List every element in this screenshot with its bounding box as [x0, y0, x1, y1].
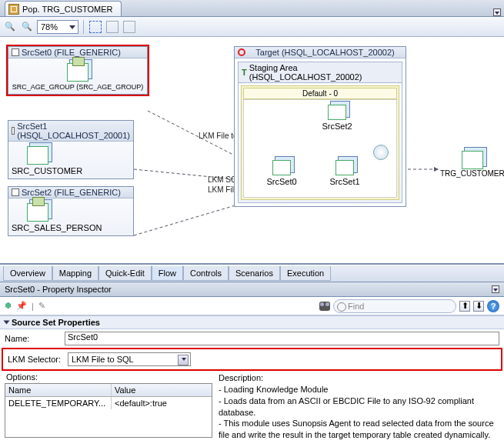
editor-toolbar: 🔍 🔍 78% [0, 17, 504, 37]
lkm-selector-combo[interactable]: LKM File to SQL [68, 352, 191, 366]
datastore-icon [335, 160, 354, 175]
description-line2: - Loads data from an ASCII or EBCDIC Fil… [219, 395, 499, 419]
tab-mapping[interactable]: Mapping [52, 266, 98, 281]
tab-controls[interactable]: Controls [183, 266, 229, 281]
panel-icon [12, 188, 19, 196]
tab-overview[interactable]: Overview [3, 266, 52, 281]
find-next-button[interactable]: ⬇ [473, 301, 484, 312]
find-input[interactable]: Find [333, 299, 456, 313]
inspector-toolbar: ❄ 📌 | ✎ Find ⬆ ⬇ ? [0, 297, 504, 315]
tab-list-dropdown-icon[interactable] [493, 8, 501, 16]
pin-icon[interactable]: 📌 [16, 301, 27, 311]
fit-window-button[interactable] [88, 20, 102, 34]
name-label: Name: [5, 334, 60, 343]
binoculars-icon[interactable] [319, 302, 330, 311]
editor-bottom-tabs: Overview Mapping Quick-Edit Flow Control… [0, 265, 504, 282]
zoom-value: 78% [41, 22, 58, 32]
datastore-label: SRC_CUSTOMER [12, 166, 82, 175]
options-label: Options: [5, 372, 212, 383]
editor-tab[interactable]: Pop. TRG_CUSTOMER [5, 1, 122, 16]
panel-icon [12, 48, 19, 56]
options-col-value[interactable]: Value [112, 384, 212, 396]
options-col-name[interactable]: Name [5, 384, 112, 396]
interface-icon [8, 4, 19, 15]
tab-execution[interactable]: Execution [280, 266, 331, 281]
name-input[interactable]: SrcSet0 [65, 332, 499, 345]
inspector-title: SrcSet0 - Property Inspector [5, 285, 112, 294]
layout-button-2[interactable] [122, 20, 136, 34]
staging-icon: T [242, 68, 247, 77]
zoom-out-button[interactable]: 🔍 [20, 20, 34, 34]
target-datastore[interactable]: TRG_CUSTOMER [440, 151, 504, 178]
description-line3: - This module uses Sunopsis Agent to rea… [219, 418, 499, 441]
help-icon[interactable]: ? [487, 300, 499, 312]
target-indicator-icon [238, 48, 245, 56]
zoom-in-button[interactable]: 🔍 [3, 20, 17, 34]
inspector-dropdown-icon[interactable] [492, 285, 499, 293]
datastore-icon [272, 160, 291, 175]
description-line1: - Loading Knowledge Module [219, 384, 499, 395]
datastore-icon [328, 105, 346, 120]
join-operator-icon[interactable] [373, 145, 389, 160]
tab-flow[interactable]: Flow [152, 265, 183, 281]
source-panel-srcset2[interactable]: SrcSet2 (FILE_GENERIC) SRC_SALES_PERSON [8, 186, 134, 236]
target-node-srcset2[interactable]: SrcSet2 [318, 105, 356, 131]
panel-icon [12, 127, 15, 135]
lkm-selector-label: LKM Selector: [8, 355, 63, 364]
datastore-icon [462, 151, 483, 169]
toolbar-separator [83, 20, 84, 34]
datastore-icon [27, 146, 48, 165]
datastore-label: SRC_AGE_GROUP (SRC_AGE_GROUP) [12, 83, 143, 91]
datastore-label: SRC_SALES_PERSON [12, 223, 102, 232]
default-group-header: Default - 0 [243, 88, 397, 99]
edit-icon[interactable]: ✎ [38, 301, 45, 311]
description-label: Description: [219, 372, 499, 384]
datastore-icon [27, 203, 48, 222]
source-panel-srcset1[interactable]: SrcSet1 (HSQL_LOCALHOST_20001) SRC_CUSTO… [8, 120, 134, 179]
source-set-properties-header[interactable]: Source Set Properties [0, 315, 504, 329]
target-inner-diagram: SrcSet2 SrcSet0 SrcSet1 [243, 99, 397, 198]
tab-title: Pop. TRG_CUSTOMER [22, 5, 113, 14]
tab-quick-edit[interactable]: Quick-Edit [98, 266, 152, 281]
target-datastore-label: TRG_CUSTOMER [440, 169, 504, 178]
find-prev-button[interactable]: ⬆ [459, 301, 470, 312]
table-row[interactable]: DELETE_TEMPORARY... <default>:true [5, 397, 212, 409]
freeze-icon[interactable]: ❄ [5, 301, 12, 311]
target-node-srcset0[interactable]: SrcSet0 [262, 160, 301, 186]
options-table[interactable]: Name Value DELETE_TEMPORARY... <default>… [5, 383, 212, 438]
target-node-srcset1[interactable]: SrcSet1 [325, 160, 364, 186]
tab-scenarios[interactable]: Scenarios [229, 266, 280, 281]
zoom-level-combo[interactable]: 78% [37, 20, 78, 34]
datastore-icon [67, 63, 88, 82]
source-panel-srcset0[interactable]: SrcSet0 (FILE_GENERIC) SRC_AGE_GROUP (SR… [8, 46, 148, 95]
flow-diagram-canvas[interactable]: LKM File to SQL LKM SQL to SQL LKM File … [0, 37, 504, 265]
target-panel[interactable]: Target (HSQL_LOCALHOST_20002) TStaging A… [234, 46, 406, 207]
layout-button-1[interactable] [105, 20, 119, 34]
